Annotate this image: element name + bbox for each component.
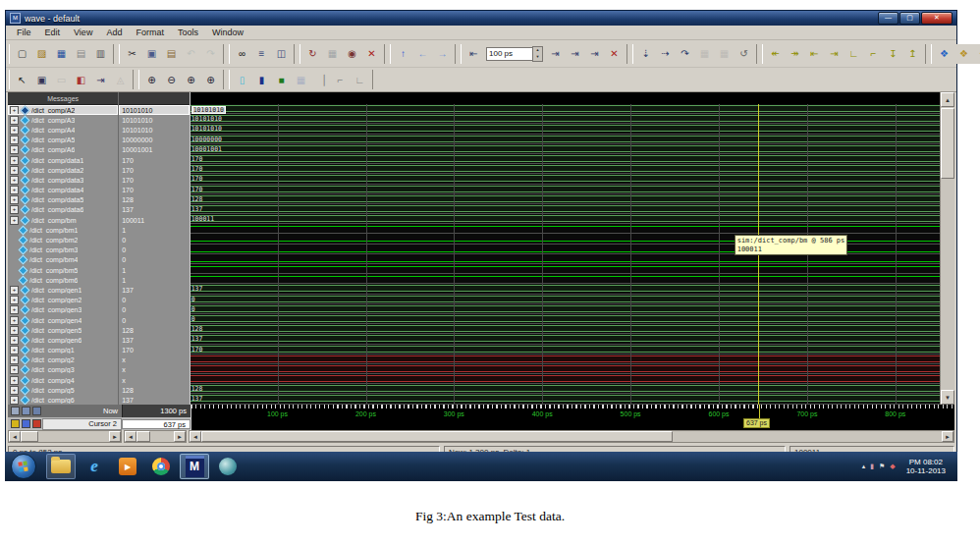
time-spinner[interactable]: ▲▼ — [532, 46, 543, 62]
new-file-icon[interactable]: ▢ — [13, 45, 31, 63]
cut-icon[interactable]: ✂ — [123, 45, 141, 63]
signal-value-row[interactable]: 10000000 — [119, 136, 189, 145]
signal-row[interactable]: +/dict_comp/g6 — [8, 395, 118, 405]
expander-icon[interactable]: + — [10, 376, 19, 385]
pause-icon[interactable]: ▦ — [695, 45, 714, 63]
messages-column-header[interactable]: Messages — [8, 92, 118, 105]
taskbar-item-internet-explorer[interactable]: e — [80, 454, 109, 479]
signal-value-row[interactable]: 0 — [119, 245, 189, 255]
signal-row[interactable]: +/dict_comp/gen3 — [8, 305, 118, 315]
taskbar-item-viewer[interactable] — [213, 454, 243, 479]
signal-row[interactable]: +/dict_comp/A3 — [8, 115, 118, 125]
left-arrow-icon[interactable]: ◄ — [190, 431, 201, 442]
names-pane-scrollbar[interactable]: ◄ ► — [8, 430, 122, 443]
break-icon[interactable]: ✕ — [605, 45, 624, 63]
expander-icon[interactable]: + — [10, 336, 19, 345]
title-bar[interactable]: M wave - default — ▢ ✕ — [6, 11, 956, 26]
taskbar-item-modelsim[interactable]: M — [180, 454, 209, 479]
signal-row[interactable]: +/dict_comp/gen1 — [8, 285, 118, 295]
time-ruler[interactable]: 100 ps200 ps300 ps400 ps500 ps600 ps700 … — [191, 405, 954, 430]
left-arrow-icon[interactable]: ◄ — [125, 431, 136, 442]
expander-icon[interactable]: + — [10, 346, 19, 354]
signal-value-row[interactable]: 128 — [119, 325, 189, 335]
signal-value-row[interactable]: 128 — [119, 195, 189, 205]
refresh-icon[interactable]: ↺ — [735, 45, 753, 63]
taskbar-clock[interactable]: PM 08:0210-11-2013 — [900, 458, 952, 475]
network-tray-icon[interactable]: ▮ — [870, 463, 874, 470]
wave-row[interactable]: 137 — [191, 394, 940, 404]
open-file-icon[interactable]: ▨ — [32, 45, 51, 63]
step-into-icon[interactable]: ⇢ — [656, 45, 675, 63]
wave-row[interactable]: 170 — [191, 185, 940, 194]
wave-row[interactable]: 137 — [191, 334, 940, 344]
scroll-up-button[interactable]: ▲ — [941, 92, 954, 107]
cursor-sync-icon[interactable] — [22, 407, 30, 415]
expander-icon[interactable]: + — [10, 106, 19, 115]
signal-row[interactable]: +/dict_comp/A6 — [8, 145, 118, 155]
signal-row[interactable]: /dict_comp/bm4 — [8, 255, 118, 265]
menu-file[interactable]: File — [10, 27, 38, 38]
expander-icon[interactable]: + — [10, 166, 19, 175]
continue-run-icon[interactable]: ⇥ — [566, 45, 584, 63]
start-orb-button[interactable] — [11, 454, 36, 479]
wave-row[interactable] — [191, 374, 940, 384]
wave-row[interactable] — [191, 254, 940, 264]
wave-row[interactable]: 0 — [191, 304, 940, 314]
prev-edge-icon[interactable]: ← — [413, 45, 432, 63]
signal-value-row[interactable]: 0 — [119, 296, 189, 305]
edge-left-icon[interactable]: ▕ — [311, 71, 330, 88]
expander-icon[interactable]: + — [10, 316, 19, 325]
vertical-scrollbar[interactable]: ▲ ▼ — [940, 92, 954, 405]
signal-row[interactable]: /dict_comp/bm6 — [8, 275, 118, 285]
print-icon[interactable]: ▥ — [91, 45, 110, 63]
taskbar-item-chrome[interactable] — [146, 454, 176, 479]
edit-cursor-icon[interactable] — [22, 419, 30, 428]
signal-row[interactable]: +/dict_comp/gen4 — [8, 315, 118, 325]
stop-sim-icon[interactable]: ▦ — [715, 45, 734, 63]
expander-icon[interactable]: + — [10, 326, 19, 335]
signal-value-row[interactable]: 10001001 — [119, 145, 189, 155]
edge-rise-icon[interactable]: ⌐ — [331, 71, 350, 88]
zoom-out-icon[interactable]: ⊖ — [162, 71, 181, 88]
expander-icon[interactable]: + — [10, 205, 19, 214]
expander-icon[interactable]: + — [10, 126, 19, 135]
pan-mode-icon[interactable]: ▭ — [52, 71, 71, 88]
cursor-mode-icon[interactable] — [32, 407, 41, 415]
undo-icon[interactable]: ↶ — [182, 45, 200, 63]
cursor2-row[interactable]: Cursor 2 637 ps — [8, 417, 191, 430]
signal-value-row[interactable]: x — [119, 355, 189, 365]
expander-icon[interactable]: + — [10, 136, 19, 144]
wave-row[interactable]: 128 — [191, 324, 940, 334]
expander-icon[interactable]: + — [10, 145, 19, 154]
step-out-icon[interactable]: ↷ — [676, 45, 694, 63]
rise-edge-icon[interactable]: ⌐ — [864, 45, 883, 63]
export-icon[interactable]: ▤ — [72, 45, 90, 63]
signal-row[interactable]: +/dict_comp/data1 — [8, 155, 118, 165]
edge-fall-icon[interactable]: ∟ — [351, 71, 369, 88]
edit-mode-icon[interactable]: ⇥ — [91, 71, 110, 88]
cursor-down-icon[interactable]: ↧ — [884, 45, 902, 63]
expander-icon[interactable]: + — [10, 305, 19, 314]
wave-row[interactable]: 0 — [191, 314, 940, 324]
signal-value-row[interactable]: 137 — [119, 335, 189, 345]
scroll-down-button[interactable]: ▼ — [941, 390, 954, 405]
signal-value-row[interactable]: 100011 — [119, 215, 189, 225]
signal-row[interactable]: +/dict_comp/A5 — [8, 136, 118, 145]
signal-value-row[interactable]: 128 — [119, 385, 189, 395]
wave-row[interactable]: 10101010 — [191, 114, 940, 124]
wave-row[interactable]: 10001001 — [191, 144, 940, 154]
signal-row[interactable]: +/dict_comp/g5 — [8, 385, 118, 395]
signal-row[interactable]: +/dict_comp/data4 — [8, 186, 118, 195]
restart-icon[interactable]: ⇤ — [464, 45, 483, 63]
paste-icon[interactable]: ▤ — [162, 45, 181, 63]
taskbar-item-explorer[interactable] — [46, 454, 76, 479]
zoom-in-icon[interactable]: ⊕ — [142, 71, 161, 88]
wave-row[interactable]: 170 — [191, 164, 940, 174]
signal-value-row[interactable]: 137 — [119, 205, 189, 215]
find-icon[interactable]: ∞ — [233, 45, 251, 63]
menu-edit[interactable]: Edit — [38, 27, 68, 38]
volume-tray-icon[interactable]: ◆ — [890, 463, 895, 470]
next-transition-icon[interactable]: ↠ — [786, 45, 804, 63]
copy-icon[interactable]: ▣ — [142, 45, 161, 63]
lock-icon[interactable] — [11, 419, 20, 428]
